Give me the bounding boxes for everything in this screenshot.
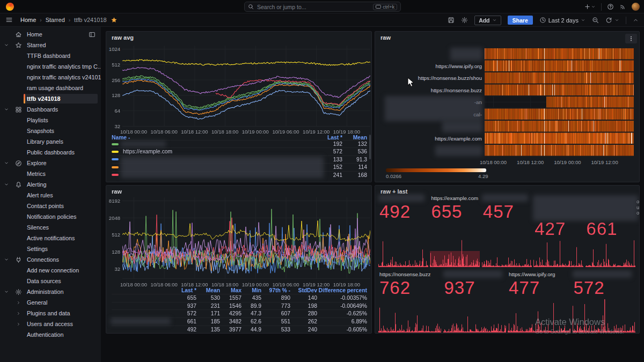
sidebar-item-explore[interactable]: Explore xyxy=(0,158,101,168)
chevron-down-icon xyxy=(4,42,9,48)
share-button[interactable]: Share xyxy=(508,16,533,25)
sidebar-item-label: ttfb v241018 xyxy=(27,95,60,102)
legend-scrollbar[interactable] xyxy=(369,135,371,159)
stat-cell[interactable]: 937 xyxy=(443,270,506,333)
table-sort-stddev[interactable]: StdDev xyxy=(290,287,317,293)
panel-title[interactable]: raw xyxy=(380,34,391,41)
avatar[interactable] xyxy=(632,3,640,11)
save-dashboard-button[interactable] xyxy=(448,17,455,24)
sidebar-item-snapshots[interactable]: Snapshots xyxy=(0,125,101,136)
table-row[interactable]: 492135397744.9533240-0.605% xyxy=(112,326,367,333)
raw-chart[interactable] xyxy=(122,197,370,282)
table-sort-97th[interactable]: 97th % - xyxy=(261,287,290,293)
sidebar-item-general[interactable]: General xyxy=(0,297,101,308)
sidebar-item-settings[interactable]: Settings xyxy=(0,243,101,254)
sidebar-item-home[interactable]: Home xyxy=(0,29,101,40)
table-cell: -0.00649% xyxy=(317,303,367,309)
news-button[interactable] xyxy=(619,3,626,10)
sidebar-item-label: Explore xyxy=(27,160,47,166)
panel-menu-button[interactable] xyxy=(625,34,637,43)
stat-cell[interactable]: 457 xyxy=(482,194,532,269)
plus-icon xyxy=(584,3,591,10)
breadcrumb-starred[interactable]: Starred xyxy=(46,17,65,23)
dashboard-settings-button[interactable] xyxy=(461,17,468,24)
raw-avg-chart[interactable] xyxy=(122,46,370,130)
table-row[interactable]: 6555301557435890140-0.00357% xyxy=(112,294,367,301)
legend-sort-mean[interactable]: Mean xyxy=(342,135,367,141)
sidebar-item-contact-points[interactable]: Contact points xyxy=(0,201,101,211)
sidebar-item-alerting[interactable]: Alerting xyxy=(0,179,101,190)
sidebar-item-dashboards[interactable]: Dashboards xyxy=(0,104,101,115)
sidebar-item-authentication[interactable]: Authentication xyxy=(0,329,101,340)
stat-sparkline xyxy=(586,235,635,267)
sidebar-item-alert-rules[interactable]: Alert rules xyxy=(0,190,101,201)
sidebar-item-users-and-access[interactable]: Users and access xyxy=(0,319,101,329)
menu-icon[interactable] xyxy=(5,16,13,24)
sidebar-item-starred[interactable]: Starred xyxy=(0,40,101,50)
table-sort-min[interactable]: Min xyxy=(241,287,261,293)
table-sort-difference-percent[interactable]: Difference percent xyxy=(317,287,367,293)
breadcrumb-home[interactable]: Home xyxy=(20,17,36,23)
search-input[interactable]: Search or jump to... ctrl+k xyxy=(244,2,401,12)
collapse-toolbar-button[interactable] xyxy=(633,17,639,23)
sidebar-item-library-panels[interactable]: Library panels xyxy=(0,136,101,147)
series-name[interactable]: https://example.com xyxy=(123,149,312,154)
series-color-swatch[interactable] xyxy=(112,158,119,160)
stat-cell[interactable]: https://www.ipify.org477 xyxy=(508,270,570,333)
sidebar-item-plugins-and-data[interactable]: Plugins and data xyxy=(0,308,101,319)
table-row[interactable]: 572171429547.3607280-0.625% xyxy=(112,309,367,317)
legend-row[interactable]: https://example.com572536 xyxy=(112,147,367,155)
stat-label: https://www.ipify.org xyxy=(509,271,555,277)
legend-sort-last[interactable]: Last * xyxy=(312,135,342,141)
time-range-picker[interactable]: Last 2 days xyxy=(539,17,586,24)
stat-cell[interactable]: 572 xyxy=(573,270,635,333)
series-color-swatch[interactable] xyxy=(112,166,119,168)
sidebar-item-nginx-traffic-analytics-v241015[interactable]: nginx traffic analytics v241015 xyxy=(0,72,101,83)
sidebar-item-add-new-connection[interactable]: Add new connection xyxy=(0,265,101,276)
panel-title[interactable]: raw avg xyxy=(112,34,134,41)
table-cell: -0.605% xyxy=(317,327,367,333)
new-menu-button[interactable] xyxy=(584,3,596,10)
table-cell: 62.6 xyxy=(241,319,261,324)
sidebar-item-connections[interactable]: Connections xyxy=(0,254,101,265)
series-color-swatch[interactable] xyxy=(112,174,119,176)
sidebar-item-label: Plugins and data xyxy=(27,310,70,316)
series-color-swatch[interactable] xyxy=(112,143,119,145)
sidebar-item-nginx-traffic-analytics-tmp-c[interactable]: nginx traffic analytics tmp C... xyxy=(0,61,101,72)
help-button[interactable] xyxy=(607,3,614,10)
sidebar-item-label: Dashboards xyxy=(27,106,58,113)
sidebar-item-silences[interactable]: Silences xyxy=(0,222,101,233)
sidebar-item-data-sources[interactable]: Data sources xyxy=(0,276,101,286)
sidebar-item-public-dashboards[interactable]: Public dashboards xyxy=(0,147,101,158)
table-sort-mean[interactable]: Mean xyxy=(196,287,220,293)
stat-cell[interactable]: https://nonsense.buzz762 xyxy=(378,270,441,333)
sidebar-item-ttfb-v241018[interactable]: ttfb v241018 xyxy=(0,93,101,104)
sidebar-item-ram-usage-dashboard[interactable]: ram usage dashboard xyxy=(0,83,101,93)
stat-cell[interactable]: 492 xyxy=(378,194,428,269)
table-row[interactable]: 937231154689.9773198-0.00649% xyxy=(112,302,367,309)
sidebar-item-label: Public dashboards xyxy=(27,149,75,156)
sidebar-item-label: nginx traffic analytics v241015 xyxy=(27,74,101,80)
sidebar-item-ttfb-dashboard[interactable]: TTFB dashboard xyxy=(0,50,101,61)
heatmap-chart[interactable] xyxy=(485,48,634,157)
sidebar-item-administration[interactable]: Administration xyxy=(0,286,101,297)
sidebar-item-metrics[interactable]: Metrics xyxy=(0,168,101,179)
dock-sidebar-button[interactable] xyxy=(89,31,96,38)
favorite-star-icon[interactable] xyxy=(111,17,118,24)
add-button[interactable]: Add xyxy=(474,16,501,25)
compass-icon xyxy=(15,160,22,167)
table-sort-last[interactable]: Last * xyxy=(166,287,196,293)
table-sort-max[interactable]: Max xyxy=(220,287,241,293)
refresh-button[interactable] xyxy=(605,17,619,24)
sidebar-item-playlists[interactable]: Playlists xyxy=(0,115,101,125)
legend-sort-name[interactable]: Name - xyxy=(112,135,312,141)
stat-sparkline xyxy=(573,298,635,333)
panel-title[interactable]: raw xyxy=(112,188,122,195)
zoom-out-button[interactable] xyxy=(592,17,599,24)
stat-cell[interactable]: https://example.com655 xyxy=(430,194,480,269)
sidebar-item-notification-policies[interactable]: Notification policies xyxy=(0,211,101,222)
grafana-logo-icon[interactable] xyxy=(6,3,14,11)
series-color-swatch[interactable] xyxy=(112,151,119,153)
chevron-down-icon xyxy=(4,107,9,112)
sidebar-item-active-notifications[interactable]: Active notifications xyxy=(0,233,101,243)
